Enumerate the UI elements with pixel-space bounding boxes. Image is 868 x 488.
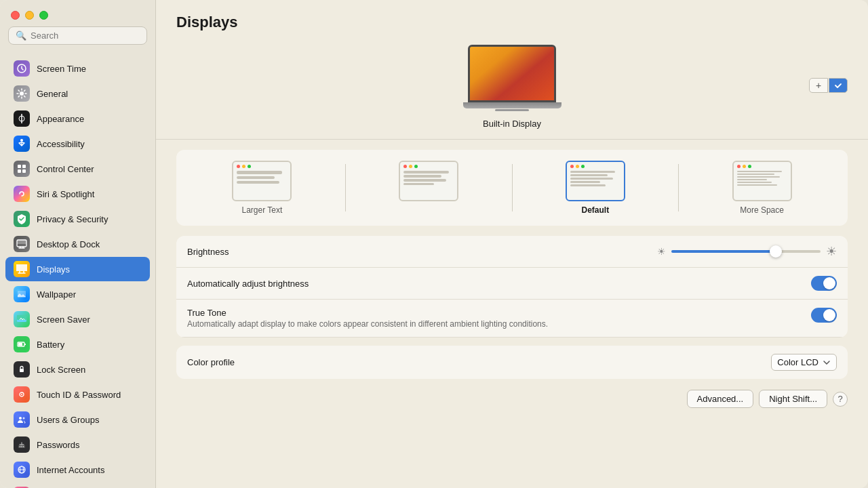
color-profile-label: Color profile xyxy=(187,357,771,367)
brightness-min-icon: ☀ xyxy=(657,246,666,257)
check-display-button[interactable] xyxy=(829,78,848,93)
main-content: Displays Built-in Display + xyxy=(156,0,868,488)
laptop-base xyxy=(463,102,561,108)
privacy-label: Privacy & Security xyxy=(37,214,108,224)
night-shift-button[interactable]: Night Shift... xyxy=(759,390,827,408)
sidebar-item-touchid[interactable]: Touch ID & Password xyxy=(5,382,150,407)
displays-icon xyxy=(14,261,30,277)
svg-point-25 xyxy=(21,394,22,395)
true-tone-block: True Tone Automatically adapt display to… xyxy=(187,308,800,329)
resolution-r2[interactable] xyxy=(354,161,504,205)
lockscreen-label: Lock Screen xyxy=(37,365,85,375)
svg-point-1 xyxy=(20,92,24,96)
appearance-label: Appearance xyxy=(37,114,84,124)
battery-label: Battery xyxy=(37,340,64,350)
resolution-more-space[interactable]: More Space xyxy=(687,161,837,215)
auto-adjust-label: Automatically adjust brightness xyxy=(187,279,811,289)
screen-time-label: Screen Time xyxy=(37,64,86,74)
more-space-label: More Space xyxy=(740,205,784,215)
internet-label: Internet Accounts xyxy=(37,465,104,475)
sidebar-item-lockscreen[interactable]: Lock Screen xyxy=(5,357,150,382)
resolution-larger-text[interactable]: Larger Text xyxy=(187,161,337,215)
sidebar-item-general[interactable]: General xyxy=(5,81,150,106)
svg-rect-5 xyxy=(18,165,21,168)
laptop-illustration xyxy=(460,45,565,116)
default-preview xyxy=(566,161,625,201)
res-divider-1 xyxy=(345,164,346,211)
wallpaper-icon xyxy=(14,286,30,302)
svg-point-4 xyxy=(20,139,23,142)
sidebar-item-gamecenter[interactable]: Game Center xyxy=(5,483,150,488)
advanced-button[interactable]: Advanced... xyxy=(687,390,754,408)
svg-rect-19 xyxy=(24,344,26,345)
control-center-icon xyxy=(14,161,30,177)
minimize-button[interactable] xyxy=(25,11,34,20)
display-settings-section: Brightness ☀ ☀ Automatically adjust brig… xyxy=(176,236,848,338)
svg-rect-6 xyxy=(22,165,26,168)
close-button[interactable] xyxy=(11,11,20,20)
svg-rect-20 xyxy=(18,343,22,346)
privacy-icon xyxy=(14,211,30,227)
true-tone-label: True Tone xyxy=(187,308,800,318)
sidebar-item-desktop[interactable]: Desktop & Dock xyxy=(5,232,150,256)
control-center-label: Control Center xyxy=(37,164,94,174)
svg-point-27 xyxy=(19,417,22,420)
laptop-hinge xyxy=(495,109,529,111)
svg-point-31 xyxy=(20,446,21,447)
passwords-label: Passwords xyxy=(37,440,80,450)
search-icon: 🔍 xyxy=(16,30,26,41)
screensaver-label: Screen Saver xyxy=(37,314,90,325)
sidebar-item-appearance[interactable]: Appearance xyxy=(5,106,150,131)
desktop-icon xyxy=(14,236,30,252)
help-button[interactable]: ? xyxy=(833,392,848,407)
svg-rect-8 xyxy=(22,169,26,173)
general-icon xyxy=(14,85,30,102)
svg-point-32 xyxy=(21,446,22,447)
sidebar-item-screensaver[interactable]: Screen Saver xyxy=(5,307,150,331)
sidebar-item-control-center[interactable]: Control Center xyxy=(5,157,150,181)
true-tone-knob xyxy=(823,309,835,321)
sidebar-item-battery[interactable]: Battery xyxy=(5,332,150,357)
resolution-section: Larger Text xyxy=(176,150,848,226)
sidebar-item-privacy[interactable]: Privacy & Security xyxy=(5,207,150,231)
maximize-button[interactable] xyxy=(39,11,48,20)
resolution-default[interactable]: Default xyxy=(521,161,671,215)
search-input[interactable] xyxy=(31,30,140,41)
sidebar-item-internet[interactable]: Internet Accounts xyxy=(5,458,150,482)
lockscreen-icon xyxy=(14,361,30,378)
color-profile-select[interactable]: Color LCD xyxy=(771,354,837,371)
sidebar-item-displays[interactable]: Displays xyxy=(5,257,150,281)
sidebar: 🔍 Screen Time General Appearance xyxy=(0,0,156,488)
svg-rect-22 xyxy=(20,369,24,372)
brightness-slider-container: ☀ ☀ xyxy=(512,244,837,259)
sidebar-item-users[interactable]: Users & Groups xyxy=(5,407,150,432)
brightness-slider[interactable] xyxy=(671,250,821,253)
auto-adjust-toggle[interactable] xyxy=(811,276,837,291)
desktop-label: Desktop & Dock xyxy=(37,239,100,249)
appearance-icon xyxy=(14,110,30,127)
add-display-button[interactable]: + xyxy=(809,78,828,93)
svg-point-33 xyxy=(23,446,24,447)
accessibility-icon xyxy=(14,136,30,152)
siri-icon xyxy=(14,186,30,202)
brightness-thumb[interactable] xyxy=(770,245,782,258)
general-label: General xyxy=(37,89,68,99)
sidebar-item-screen-time[interactable]: Screen Time xyxy=(5,56,150,81)
display-preview: Built-in Display xyxy=(460,45,565,129)
res-divider-2 xyxy=(512,164,513,211)
color-profile-row: Color profile Color LCD xyxy=(176,346,848,379)
res2-preview xyxy=(399,161,458,201)
larger-text-preview xyxy=(232,161,292,201)
true-tone-sublabel: Automatically adapt display to make colo… xyxy=(187,319,800,329)
search-bar[interactable]: 🔍 xyxy=(8,26,147,45)
sidebar-item-siri[interactable]: Siri & Spotlight xyxy=(5,182,150,206)
true-tone-toggle[interactable] xyxy=(811,308,837,323)
sidebar-item-passwords[interactable]: Passwords xyxy=(5,432,150,457)
svg-point-28 xyxy=(23,418,25,420)
display-controls: + xyxy=(809,78,848,93)
system-settings-window: 🔍 Screen Time General Appearance xyxy=(0,0,868,488)
sidebar-item-accessibility[interactable]: Accessibility xyxy=(5,131,150,156)
sidebar-item-wallpaper[interactable]: Wallpaper xyxy=(5,282,150,306)
internet-icon xyxy=(14,462,30,478)
larger-text-label: Larger Text xyxy=(241,205,282,215)
